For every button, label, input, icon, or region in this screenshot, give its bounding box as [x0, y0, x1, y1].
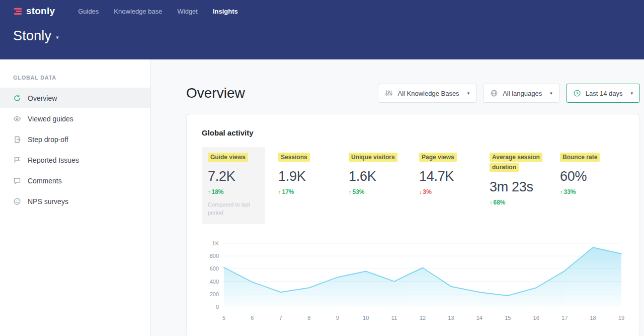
main-content: Overview All Knowledge Bases ▾	[151, 59, 644, 336]
svg-text:8: 8	[307, 315, 310, 321]
sidebar-item-overview[interactable]: Overview	[0, 88, 150, 108]
chevron-down-icon: ▾	[630, 91, 633, 96]
svg-text:19: 19	[618, 315, 624, 321]
delta-arrow-icon: ↑	[560, 189, 563, 195]
metric-delta: ↑53%	[349, 188, 407, 195]
metric-note: Compared to last period	[208, 201, 259, 217]
svg-text:1K: 1K	[212, 240, 219, 246]
metric-label: Page views	[419, 153, 457, 162]
top-nav-row: stonly Guides Knowledge base Widget Insi…	[13, 0, 631, 22]
metric-delta: ↑68%	[490, 199, 548, 206]
svg-text:10: 10	[363, 315, 369, 321]
svg-text:14: 14	[476, 315, 482, 321]
metric-tab[interactable]: Sessions 1.9K ↑17%	[272, 147, 343, 224]
knowledge-bases-dropdown[interactable]: All Knowledge Bases ▾	[378, 84, 476, 103]
metric-tab[interactable]: Unique visitors 1.6K ↑53%	[343, 147, 413, 224]
languages-dropdown[interactable]: All languages ▾	[483, 84, 559, 103]
sidebar-item-reported-issues[interactable]: Reported Issues	[0, 150, 150, 170]
svg-text:17: 17	[561, 315, 568, 321]
chevron-down-icon: ▾	[550, 91, 552, 96]
sliders-icon	[385, 89, 393, 97]
metric-value: 1.9K	[278, 169, 337, 184]
metric-delta: ↑18%	[208, 188, 259, 195]
sidebar-item-label: Comments	[28, 177, 62, 185]
dropdown-value: All languages	[503, 90, 542, 97]
svg-text:800: 800	[210, 253, 219, 259]
sidebar-item-step-drop-off[interactable]: Step drop-off	[0, 129, 150, 150]
stonly-logo-icon	[13, 7, 23, 16]
logo-text: stonly	[26, 6, 55, 17]
nav-item-guides[interactable]: Guides	[78, 8, 99, 15]
workspace-selector[interactable]: Stonly ▾	[13, 28, 59, 44]
eye-icon	[13, 115, 21, 123]
metric-value: 1.6K	[349, 169, 407, 184]
sidebar-item-comments[interactable]: Comments	[0, 170, 150, 191]
svg-text:200: 200	[210, 291, 219, 297]
svg-text:13: 13	[448, 315, 454, 321]
app-header: stonly Guides Knowledge base Widget Insi…	[0, 0, 644, 59]
flag-icon	[13, 156, 21, 164]
page-title: Overview	[186, 85, 245, 101]
sidebar: GLOBAL DATA Overview Viewed guides	[0, 59, 151, 336]
sidebar-section-label: GLOBAL DATA	[0, 75, 150, 81]
filters: All Knowledge Bases ▾ All languages ▾	[378, 84, 640, 103]
area-chart: 02004006008001K5678910111213141516171819	[202, 236, 624, 323]
sidebar-item-label: NPS surveys	[28, 197, 68, 206]
metric-label: Bounce rate	[560, 153, 600, 162]
sync-icon	[13, 94, 21, 102]
metric-value: 14.7K	[419, 169, 477, 184]
svg-text:5: 5	[222, 315, 225, 321]
metric-label: Average session duration	[490, 153, 542, 172]
card-title: Global activity	[202, 128, 624, 137]
svg-text:6: 6	[251, 315, 254, 321]
svg-text:15: 15	[505, 315, 511, 321]
svg-text:9: 9	[336, 315, 339, 321]
step-drop-off-icon	[13, 136, 21, 144]
nav-item-widget[interactable]: Widget	[178, 8, 198, 15]
date-range-dropdown[interactable]: Last 14 days ▾	[566, 84, 640, 103]
metric-tab[interactable]: Guide views 7.2K ↑18% Compared to last p…	[202, 147, 265, 224]
metric-delta: ↑33%	[560, 188, 618, 195]
svg-text:12: 12	[420, 315, 426, 321]
sidebar-item-label: Step drop-off	[28, 136, 68, 144]
sidebar-item-viewed-guides[interactable]: Viewed guides	[0, 108, 150, 129]
dropdown-value: All Knowledge Bases	[397, 90, 459, 97]
metrics-row: Guide views 7.2K ↑18% Compared to last p…	[202, 147, 624, 224]
metric-label: Sessions	[278, 153, 310, 162]
metric-tab[interactable]: Average session duration 3m 23s ↑68%	[484, 147, 554, 224]
metric-tab[interactable]: Page views 14.7K ↓3%	[413, 147, 484, 224]
metric-label: Unique visitors	[349, 153, 397, 162]
svg-text:11: 11	[391, 315, 397, 321]
workspace-name: Stonly	[13, 28, 51, 44]
delta-arrow-icon: ↓	[419, 189, 422, 195]
stonly-logo[interactable]: stonly	[13, 6, 55, 17]
metric-value: 7.2K	[208, 169, 259, 184]
delta-percent: 17%	[282, 188, 294, 195]
nav-item-insights[interactable]: Insights	[213, 8, 238, 15]
sidebar-item-label: Overview	[28, 94, 57, 102]
smiley-icon	[13, 197, 21, 206]
comment-icon	[13, 177, 21, 185]
activity-chart: 02004006008001K5678910111213141516171819	[202, 236, 624, 323]
metric-delta: ↑17%	[278, 188, 337, 195]
metric-label: Guide views	[208, 153, 248, 162]
svg-text:600: 600	[210, 266, 219, 272]
metric-value: 3m 23s	[490, 179, 548, 195]
svg-text:400: 400	[210, 279, 219, 285]
delta-percent: 53%	[353, 188, 365, 195]
svg-text:7: 7	[279, 315, 282, 321]
chevron-down-icon: ▾	[56, 34, 59, 41]
delta-percent: 33%	[564, 188, 576, 195]
metric-delta: ↓3%	[419, 188, 477, 195]
metric-value: 60%	[560, 169, 618, 184]
sidebar-item-nps-surveys[interactable]: NPS surveys	[0, 191, 150, 212]
svg-text:0: 0	[216, 304, 219, 310]
metric-tab[interactable]: Bounce rate 60% ↑33%	[554, 147, 624, 224]
delta-arrow-icon: ↑	[349, 189, 352, 195]
clock-icon	[573, 89, 581, 97]
global-activity-card: Global activity Guide views 7.2K ↑18% Co…	[186, 114, 640, 336]
nav-item-knowledge-base[interactable]: Knowledge base	[114, 8, 162, 15]
delta-arrow-icon: ↑	[208, 189, 211, 195]
delta-arrow-icon: ↑	[490, 199, 493, 206]
delta-arrow-icon: ↑	[278, 189, 281, 195]
